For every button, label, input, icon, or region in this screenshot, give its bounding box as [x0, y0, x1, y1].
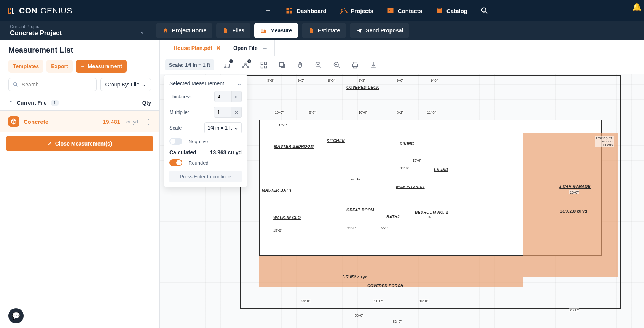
- scale-chip[interactable]: Scale: 1⁄4 in = 1 ft: [165, 59, 214, 70]
- multiplier-input[interactable]: [214, 107, 231, 118]
- svg-rect-1: [290, 8, 292, 9]
- nav-contacts[interactable]: Contacts: [385, 4, 424, 17]
- room-walkin: WALK-IN CLO: [273, 216, 301, 220]
- thickness-unit[interactable]: in: [232, 91, 242, 102]
- dashboard-icon: [285, 6, 293, 15]
- svg-rect-15: [265, 66, 267, 68]
- notification-bell-icon[interactable]: 🔔: [632, 2, 642, 11]
- nav-add[interactable]: [262, 4, 274, 17]
- negative-label: Negative: [188, 139, 242, 144]
- tool-download[interactable]: [368, 60, 378, 70]
- top-nav: CONGENIUS Dashboard Projects Contacts Ca…: [0, 0, 644, 21]
- measurement-name: Concrete: [24, 118, 48, 125]
- thickness-label: Thickness: [169, 94, 192, 99]
- tab-estimate-label: Estimate: [318, 27, 340, 34]
- highlight-garage-lower[interactable]: [523, 232, 618, 277]
- current-file-label: Current File: [17, 100, 47, 106]
- export-label: Export: [51, 63, 68, 69]
- chevron-down-icon: ⌄: [140, 28, 145, 35]
- tab-measure[interactable]: Measure: [254, 23, 298, 38]
- plus-icon: [264, 6, 272, 15]
- tool-point-add[interactable]: +: [222, 60, 232, 70]
- file-tab-active-label: House Plan.pdf: [174, 45, 212, 51]
- tab-project-home[interactable]: Project Home: [156, 23, 212, 38]
- file-count-badge: 1: [51, 100, 59, 106]
- rounded-toggle[interactable]: [169, 159, 182, 166]
- multiplier-clear-icon[interactable]: ✕: [231, 107, 242, 118]
- search-icon: [13, 82, 19, 88]
- scale-select[interactable]: 1⁄4 in = 1 ft ⌄: [204, 122, 242, 133]
- add-measurement-button[interactable]: ＋ Measurement: [76, 60, 127, 73]
- tab-send-proposal[interactable]: Send Proposal: [350, 23, 409, 38]
- chevron-down-icon[interactable]: ⌄: [237, 80, 242, 86]
- export-button[interactable]: Export: [46, 60, 72, 73]
- brand-logo[interactable]: CONGENIUS: [7, 6, 72, 15]
- chevron-down-icon: ⌄: [234, 125, 238, 131]
- search-input-wrap[interactable]: [8, 78, 97, 91]
- brand-text-con: CON: [19, 6, 37, 15]
- tab-estimate[interactable]: Estimate: [302, 23, 346, 38]
- tool-zoom-in[interactable]: [332, 60, 342, 70]
- highlight-porch[interactable]: [259, 256, 523, 287]
- tool-grid[interactable]: [259, 60, 269, 70]
- room-garage: 2 CAR GARAGE: [559, 184, 591, 189]
- measurement-row[interactable]: Concrete 19.481 cu yd ⋮: [0, 111, 159, 132]
- search-row: Group By: File ⌄: [0, 78, 159, 95]
- close-tab-icon[interactable]: ✕: [216, 45, 221, 51]
- svg-rect-17: [279, 62, 283, 66]
- tool-polyline-add[interactable]: +: [241, 60, 250, 70]
- nav-catalog[interactable]: Catalog: [434, 4, 469, 17]
- tool-copy[interactable]: [277, 60, 287, 70]
- measurement-panel: Measurement List Templates Export ＋ Meas…: [0, 40, 160, 328]
- current-file-header[interactable]: ⌃ Current File 1 Qty: [0, 95, 159, 111]
- templates-button[interactable]: Templates: [8, 60, 43, 73]
- ruler-icon: [260, 27, 267, 34]
- plus-icon: ＋: [80, 63, 86, 70]
- main-body: Measurement List Templates Export ＋ Meas…: [0, 40, 644, 328]
- room-master-bedroom: MASTER BEDROOM: [274, 144, 314, 149]
- file-tabs: House Plan.pdf ✕ Open File ＋: [160, 40, 644, 56]
- panel-title: Measurement List: [0, 40, 159, 60]
- close-measurements-button[interactable]: ✓ Close Measurement(s): [6, 136, 153, 151]
- contacts-icon: [386, 6, 395, 15]
- tool-pan[interactable]: [295, 60, 305, 70]
- tab-files-label: Files: [232, 27, 244, 34]
- chat-fab[interactable]: 💬: [8, 308, 24, 323]
- file-icon: [222, 27, 229, 34]
- estimate-icon: [308, 27, 315, 34]
- group-by-select[interactable]: Group By: File ⌄: [100, 78, 151, 91]
- nav-catalog-label: Catalog: [446, 8, 467, 14]
- measurement-unit: cu yd: [126, 119, 138, 125]
- search-input[interactable]: [22, 82, 92, 88]
- canvas-toolbar: Scale: 1⁄4 in = 1 ft + +: [160, 56, 644, 74]
- tool-zoom-out[interactable]: [314, 60, 324, 70]
- file-tab-active[interactable]: House Plan.pdf ✕: [167, 40, 227, 56]
- nav-projects[interactable]: Projects: [338, 4, 375, 17]
- svg-rect-22: [354, 66, 357, 68]
- negative-toggle[interactable]: [169, 138, 182, 145]
- garage-sqft: 1792 SQ.FT. RLA323 LEWIS: [595, 136, 614, 147]
- nav-contacts-label: Contacts: [398, 8, 422, 14]
- file-tab-open[interactable]: Open File ＋: [227, 40, 275, 56]
- qty-header: Qty: [142, 100, 151, 106]
- thickness-input[interactable]: [214, 91, 232, 102]
- plan-canvas[interactable]: 13.96289 cu yd 5.51852 cu yd COVERED DEC…: [160, 74, 644, 328]
- add-measurement-label: Measurement: [88, 63, 122, 69]
- cube-icon: [8, 116, 19, 127]
- svg-rect-0: [287, 8, 289, 11]
- plus-badge-icon: +: [247, 59, 251, 63]
- scale-label: Scale: [169, 125, 182, 131]
- svg-rect-12: [261, 62, 263, 64]
- nav-search[interactable]: [479, 4, 490, 17]
- tool-print[interactable]: [350, 60, 360, 70]
- tab-files[interactable]: Files: [216, 23, 250, 38]
- search-icon: [480, 6, 489, 15]
- measurement-value: 19.481: [103, 118, 120, 125]
- highlight-garage[interactable]: [523, 133, 618, 232]
- nav-dashboard[interactable]: Dashboard: [284, 4, 328, 17]
- catalog-icon: [435, 6, 443, 15]
- project-selector[interactable]: Current Project Concrete Project ⌄: [0, 22, 151, 39]
- row-menu-icon[interactable]: ⋮: [143, 118, 154, 125]
- room-laundry: LAUND: [434, 168, 448, 172]
- tools-icon: [340, 6, 348, 15]
